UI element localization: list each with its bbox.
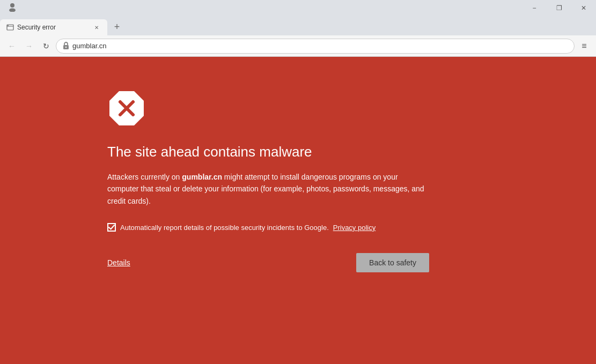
error-page: The site ahead contains malware Attacker… xyxy=(0,57,596,364)
tab-favicon xyxy=(6,24,14,31)
svg-point-0 xyxy=(10,3,14,8)
user-icon xyxy=(8,2,17,14)
minimize-button[interactable]: − xyxy=(522,0,547,16)
restore-button[interactable]: ❐ xyxy=(547,0,571,16)
reload-button[interactable]: ↻ xyxy=(39,39,54,54)
report-checkbox[interactable] xyxy=(107,223,116,232)
new-tab-button[interactable]: + xyxy=(109,19,124,34)
menu-button[interactable]: ≡ xyxy=(577,39,592,54)
tab-close-button[interactable]: ✕ xyxy=(92,23,101,32)
close-button[interactable]: ✕ xyxy=(571,0,596,16)
svg-point-1 xyxy=(9,9,16,12)
title-bar-controls: − ❐ ✕ xyxy=(522,0,596,16)
tab-title: Security error xyxy=(17,24,89,31)
address-bar[interactable]: gumblar.cn xyxy=(56,39,575,54)
forward-button[interactable]: → xyxy=(21,39,36,54)
back-button[interactable]: ← xyxy=(4,39,19,54)
title-bar: − ❐ ✕ xyxy=(0,0,596,16)
user-icon-area[interactable] xyxy=(0,0,25,16)
error-heading: The site ahead contains malware xyxy=(107,144,312,160)
privacy-policy-link[interactable]: Privacy policy xyxy=(333,224,376,232)
active-tab[interactable]: Security error ✕ xyxy=(0,19,107,35)
checkbox-label: Automatically report details of possible… xyxy=(120,224,329,232)
svg-rect-4 xyxy=(8,25,9,26)
details-link[interactable]: Details xyxy=(107,258,130,267)
address-lock-icon xyxy=(63,42,69,50)
back-to-safety-button[interactable]: Back to safety xyxy=(356,253,429,272)
error-icon xyxy=(107,89,146,128)
nav-bar: ← → ↻ gumblar.cn ≡ xyxy=(0,35,596,57)
malware-domain: gumblar.cn xyxy=(182,173,222,181)
report-checkbox-area: Automatically report details of possible… xyxy=(107,223,376,232)
tab-bar: Security error ✕ + xyxy=(0,16,596,35)
description-before: Attackers currently on xyxy=(107,173,182,181)
svg-point-6 xyxy=(65,46,67,47)
address-text: gumblar.cn xyxy=(72,42,107,50)
error-description: Attackers currently on gumblar.cn might … xyxy=(107,171,429,207)
action-buttons: Details Back to safety xyxy=(107,253,429,272)
